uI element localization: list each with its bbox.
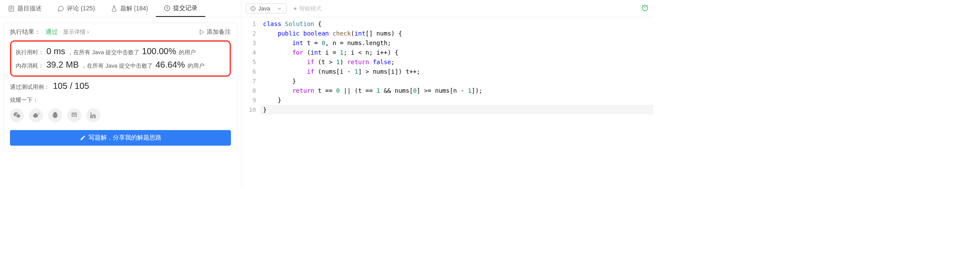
chevron-down-icon [277, 6, 282, 11]
result-status: 通过 [46, 28, 58, 36]
write-solution-label: 写题解，分享我的解题思路 [89, 134, 161, 142]
editor-toolbar: Java 智能模式 [241, 0, 653, 17]
language-select[interactable]: Java [246, 3, 287, 13]
tab-description[interactable]: 题目描述 [0, 0, 49, 17]
smart-mode-label: 智能模式 [299, 5, 322, 13]
runtime-row: 执行用时： 0 ms ，在所有 Java 提交中击败了 100.00% 的用户 [16, 45, 225, 59]
svg-rect-8 [90, 114, 92, 118]
result-card: 执行结果： 通过 显示详情 添加备注 执行用时： 0 ms ，在所有 Java … [3, 23, 237, 151]
result-header: 执行结果： 通过 显示详情 添加备注 [10, 28, 231, 36]
svg-rect-7 [72, 115, 77, 117]
testcases-value: 105 / 105 [53, 81, 89, 91]
tab-comments[interactable]: 评论 (125) [49, 0, 103, 17]
testcases-row: 通过测试用例： 105 / 105 [10, 81, 231, 91]
language-label: Java [258, 5, 270, 12]
svg-point-9 [90, 112, 92, 114]
flask-icon [111, 5, 118, 12]
tab-label: 评论 (125) [67, 5, 95, 13]
svg-marker-5 [200, 30, 204, 35]
testcases-label: 通过测试用例： [10, 83, 49, 91]
code-line: if (nums[i - 1] > nums[i]) t++; [260, 67, 653, 76]
tabs-bar: 题目描述 评论 (125) 题解 (184) 提交记录 [0, 0, 241, 17]
add-note-button[interactable]: 添加备注 [199, 28, 231, 36]
info-icon [250, 6, 256, 11]
memory-row: 内存消耗： 39.2 MB ，在所有 Java 提交中击败了 46.64% 的用… [16, 59, 225, 72]
tab-solutions[interactable]: 题解 (184) [103, 0, 156, 17]
runtime-suffix: 的用户 [179, 46, 196, 59]
code-line: return t == 0 || (t == 1 && nums[0] >= n… [260, 86, 653, 95]
memory-percentile: 46.64% [155, 59, 185, 71]
code-line: } [260, 95, 653, 105]
add-note-label: 添加备注 [207, 28, 231, 36]
qq-icon[interactable] [48, 108, 62, 122]
tab-label: 提交记录 [173, 4, 197, 12]
comment-icon [57, 5, 64, 12]
runtime-mid: ，在所有 Java 提交中击败了 [68, 46, 139, 59]
code-line: } [260, 76, 653, 86]
weibo-icon[interactable] [29, 108, 43, 122]
runtime-label: 执行用时： [16, 46, 44, 59]
tab-submissions[interactable]: 提交记录 [156, 0, 205, 17]
douban-icon[interactable] [67, 108, 81, 122]
memory-value: 39.2 MB [46, 59, 79, 71]
code-line: int t = 0, n = nums.length; [260, 38, 653, 48]
code-line: for (int i = 1; i < n; i++) { [260, 48, 653, 57]
share-icons [10, 108, 231, 122]
svg-point-12 [253, 7, 253, 8]
runtime-percentile: 100.00% [142, 45, 176, 57]
flag-icon [199, 29, 205, 35]
code-area[interactable]: class Solution { public boolean check(in… [260, 17, 653, 114]
write-solution-button[interactable]: 写题解，分享我的解题思路 [10, 130, 231, 146]
code-line: } [260, 105, 653, 114]
linkedin-icon[interactable] [86, 108, 100, 122]
line-gutter: 12345678910 [241, 17, 260, 114]
memory-suffix: 的用户 [187, 60, 204, 72]
document-icon [8, 5, 15, 12]
code-line: if (t > 1) return false; [260, 57, 653, 67]
code-line: class Solution { [260, 19, 653, 29]
runtime-value: 0 ms [46, 45, 65, 57]
tab-label: 题解 (184) [120, 5, 148, 13]
alarm-icon [641, 4, 649, 12]
svg-line-15 [642, 5, 643, 6]
smart-mode-toggle[interactable]: 智能模式 [294, 5, 322, 13]
code-editor[interactable]: 12345678910 class Solution { public bool… [241, 17, 653, 114]
show-details-link[interactable]: 显示详情 [63, 28, 89, 36]
share-label: 炫耀一下： [10, 96, 231, 104]
memory-mid: ，在所有 Java 提交中击败了 [81, 60, 153, 72]
result-label: 执行结果： [10, 28, 40, 36]
history-icon [164, 5, 171, 12]
stats-highlight-box: 执行用时： 0 ms ，在所有 Java 提交中击败了 100.00% 的用户 … [10, 40, 231, 77]
code-line: public boolean check(int[] nums) { [260, 29, 653, 38]
memory-label: 内存消耗： [16, 60, 44, 72]
dot-icon [294, 7, 296, 10]
tab-label: 题目描述 [17, 5, 42, 13]
wechat-icon[interactable] [10, 108, 24, 122]
svg-rect-6 [72, 113, 77, 114]
svg-line-16 [647, 5, 648, 6]
pencil-icon [80, 135, 86, 141]
timer-button[interactable] [641, 4, 649, 13]
